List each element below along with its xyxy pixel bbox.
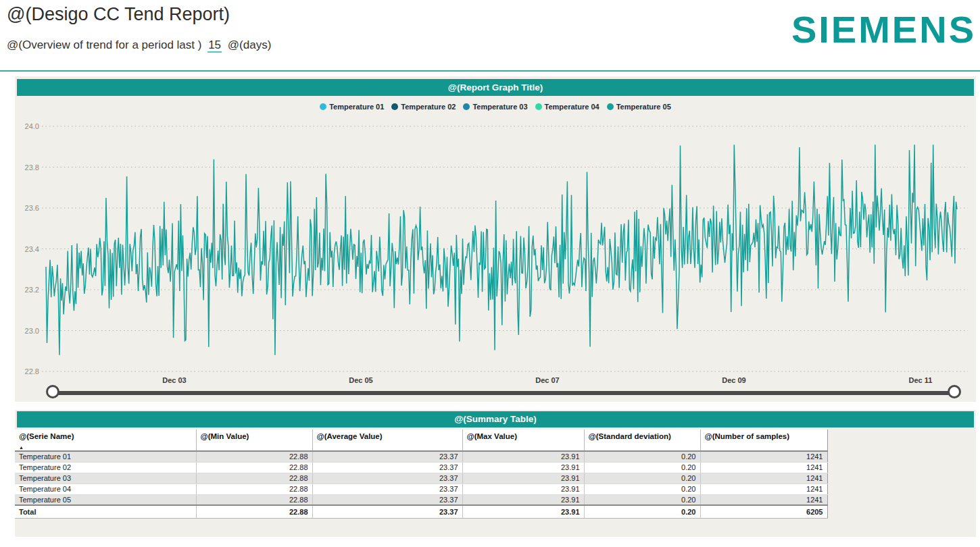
time-range-slider-track[interactable] [53, 391, 954, 395]
cell-std: 0.20 [584, 484, 700, 494]
cell-n: 1241 [700, 494, 827, 505]
cell-std: 0.20 [584, 473, 700, 484]
cell-name: Temperature 03 [15, 473, 196, 484]
cell-min: 22.88 [196, 451, 312, 462]
column-header-2[interactable]: @(Average Value) [312, 429, 462, 451]
legend-item-temperature-05[interactable]: Temperature 05 [607, 103, 671, 111]
cell-max: 23.91 [462, 494, 584, 505]
legend-label: Temperature 03 [472, 103, 527, 111]
cell-avg: 23.37 [312, 462, 462, 473]
cell-max: 23.91 [462, 462, 584, 473]
column-header-1[interactable]: @(Min Value) [196, 429, 312, 451]
cell-std: 0.20 [584, 505, 700, 518]
cell-avg: 23.37 [312, 484, 462, 494]
cell-min: 22.88 [196, 484, 312, 494]
y-axis-tick-label: 23.6 [25, 204, 39, 212]
legend-label: Temperature 01 [329, 103, 384, 111]
cell-name: Temperature 02 [15, 462, 196, 473]
cell-max: 23.91 [462, 451, 584, 462]
report-title: @(Desigo CC Tend Report) [7, 4, 230, 25]
summary-table: @(Serie Name)▲@(Min Value)@(Average Valu… [15, 429, 828, 519]
cell-min: 22.88 [196, 473, 312, 484]
cell-name: Temperature 05 [15, 494, 196, 505]
cell-min: 22.88 [196, 462, 312, 473]
cell-std: 0.20 [584, 451, 700, 462]
legend-label: Temperature 04 [545, 103, 599, 111]
cell-avg: 23.37 [312, 505, 462, 518]
cell-n: 1241 [700, 484, 827, 494]
cell-avg: 23.37 [312, 451, 462, 462]
legend-item-temperature-03[interactable]: Temperature 03 [463, 103, 527, 111]
time-range-slider-handle-left[interactable] [46, 385, 59, 398]
y-axis-tick-label: 23.0 [25, 327, 39, 335]
sort-ascending-icon: ▲ [19, 445, 24, 450]
cell-name: Temperature 04 [15, 484, 196, 494]
cell-max: 23.91 [462, 505, 584, 518]
cell-name: Total [15, 505, 196, 518]
cell-min: 22.88 [196, 505, 312, 518]
table-row: Temperature 0522.8823.3723.910.201241 [15, 494, 827, 505]
y-axis-tick-label: 23.4 [25, 245, 39, 253]
cell-max: 23.91 [462, 473, 584, 484]
cell-avg: 23.37 [312, 494, 462, 505]
x-axis-tick-label: Dec 11 [909, 376, 933, 384]
cell-name: Temperature 01 [15, 451, 196, 462]
y-axis-tick-label: 24.0 [25, 122, 39, 130]
cell-n: 1241 [700, 462, 827, 473]
legend-item-temperature-01[interactable]: Temperature 01 [320, 103, 384, 111]
period-days-value[interactable]: 15 [207, 38, 222, 53]
cell-n: 1241 [700, 451, 827, 462]
chart-panel: @(Report Graph Title) Temperature 01Temp… [15, 76, 976, 402]
report-subtitle: @(Overview of trend for a period last ) … [7, 38, 271, 52]
table-row: Temperature 0122.8823.3723.910.201241 [15, 451, 827, 462]
cell-n: 6205 [700, 505, 827, 518]
column-header-serie-name[interactable]: @(Serie Name)▲ [15, 429, 196, 451]
cell-avg: 23.37 [312, 473, 462, 484]
x-axis-tick-label: Dec 09 [722, 376, 745, 384]
legend-color-dot-icon [463, 103, 470, 110]
trend-chart[interactable]: 24.023.823.623.423.223.022.8Dec 03Dec 05… [15, 114, 976, 387]
header-divider [0, 70, 980, 72]
siemens-logo: SIEMENS [791, 11, 976, 49]
table-row: Temperature 0322.8823.3723.910.201241 [15, 473, 827, 484]
legend-label: Temperature 05 [616, 103, 671, 111]
series-line-temperature-05 [46, 145, 957, 355]
cell-std: 0.20 [584, 462, 700, 473]
legend-item-temperature-02[interactable]: Temperature 02 [391, 103, 456, 111]
legend-color-dot-icon [535, 103, 542, 110]
y-axis-tick-label: 23.2 [25, 286, 39, 294]
chart-legend: Temperature 01Temperature 02Temperature … [15, 101, 976, 113]
x-axis-tick-label: Dec 07 [535, 376, 559, 384]
legend-item-temperature-04[interactable]: Temperature 04 [535, 103, 599, 111]
cell-n: 1241 [700, 473, 827, 484]
report-page: @(Desigo CC Tend Report) @(Overview of t… [0, 0, 980, 547]
x-axis-tick-label: Dec 03 [162, 376, 186, 384]
table-row: Temperature 0422.8823.3723.910.201241 [15, 484, 827, 494]
subtitle-prefix: @(Overview of trend for a period last ) [7, 38, 201, 51]
column-header-3[interactable]: @(Max Value) [462, 429, 584, 451]
x-axis-tick-label: Dec 05 [349, 376, 372, 384]
subtitle-suffix: @(days) [228, 38, 272, 51]
column-header-5[interactable]: @(Number of samples) [700, 429, 827, 451]
time-range-slider-handle-right[interactable] [948, 385, 961, 398]
column-header-4[interactable]: @(Standard deviation) [584, 429, 700, 451]
legend-color-dot-icon [320, 103, 326, 110]
y-axis-tick-label: 23.8 [25, 163, 39, 172]
legend-color-dot-icon [607, 103, 614, 110]
legend-color-dot-icon [391, 103, 398, 110]
cell-min: 22.88 [196, 494, 312, 505]
summary-title-bar: @(Summary Table) [17, 411, 974, 427]
legend-label: Temperature 02 [401, 103, 456, 111]
summary-panel: @(Summary Table) @(Serie Name)▲@(Min Val… [15, 410, 976, 537]
cell-std: 0.20 [584, 494, 700, 505]
chart-title-bar: @(Report Graph Title) [17, 79, 974, 96]
y-axis-tick-label: 22.8 [25, 367, 39, 375]
cell-max: 23.91 [462, 484, 584, 494]
table-row: Temperature 0222.8823.3723.910.201241 [15, 462, 827, 473]
table-total-row: Total22.8823.3723.910.206205 [15, 505, 827, 518]
